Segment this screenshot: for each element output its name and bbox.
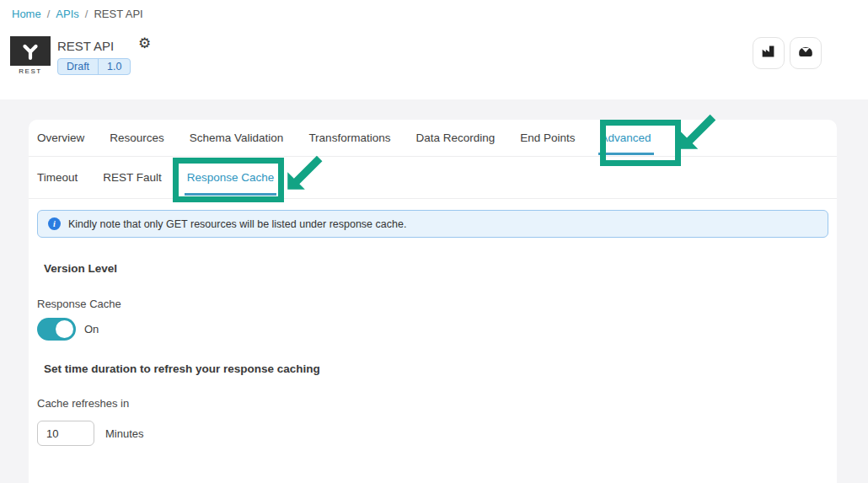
tab-overview[interactable]: Overview: [37, 120, 84, 156]
page-header: Home / APIs / REST API REST REST API ⚙ D…: [0, 0, 868, 99]
page-title: REST API: [57, 39, 114, 53]
tab-end-points[interactable]: End Points: [520, 120, 575, 156]
breadcrumb-separator: /: [85, 8, 88, 20]
breadcrumb-separator: /: [47, 8, 51, 20]
toggle-knob: [56, 320, 73, 338]
tab-schema-validation[interactable]: Schema Validation: [190, 120, 284, 156]
breadcrumb-apis[interactable]: APIs: [56, 8, 78, 20]
response-cache-toggle-row: On: [37, 318, 837, 341]
status-badge: Draft: [58, 59, 98, 74]
tab-bar: Overview Resources Schema Validation Tra…: [29, 120, 837, 157]
tab-advanced[interactable]: Advanced: [601, 120, 651, 156]
response-cache-toggle[interactable]: [37, 318, 76, 341]
cache-duration-row: Minutes: [37, 421, 837, 446]
analytics-icon: [759, 42, 778, 64]
duration-unit-label: Minutes: [105, 427, 144, 440]
cache-duration-input[interactable]: [37, 421, 94, 446]
info-banner: i Kindly note that only GET resources wi…: [37, 210, 828, 238]
tab-data-recording[interactable]: Data Recording: [415, 120, 495, 156]
response-cache-panel: Version Level Response Cache On Set time…: [29, 262, 837, 446]
gear-icon[interactable]: ⚙: [138, 36, 151, 51]
info-banner-text: Kindly note that only GET resources will…: [68, 218, 406, 230]
tab-transformations[interactable]: Transformations: [308, 120, 390, 156]
inbox-button[interactable]: [790, 37, 822, 69]
api-type-label: REST: [10, 66, 51, 77]
breadcrumb-home[interactable]: Home: [12, 8, 41, 20]
info-icon: i: [48, 217, 61, 230]
header-actions: [753, 37, 822, 69]
main-card: Overview Resources Schema Validation Tra…: [29, 120, 837, 483]
breadcrumb-current: REST API: [94, 8, 142, 20]
subtab-timeout[interactable]: Timeout: [37, 157, 78, 198]
analytics-button[interactable]: [753, 37, 785, 69]
subtab-bar: Timeout REST Fault Response Cache: [29, 157, 837, 199]
subtab-response-cache[interactable]: Response Cache: [187, 157, 275, 198]
inbox-icon: [796, 42, 815, 64]
cache-refreshes-label: Cache refreshes in: [37, 397, 837, 411]
version-badge: 1.0: [98, 59, 130, 74]
api-badges: Draft 1.0: [57, 58, 131, 75]
branch-icon: [10, 36, 51, 66]
cache-duration-heading: Set time duration to refresh your respon…: [44, 362, 837, 376]
toggle-state-label: On: [84, 323, 99, 335]
api-type-tile: REST: [10, 36, 51, 77]
response-cache-label: Response Cache: [37, 298, 837, 311]
tab-resources[interactable]: Resources: [110, 120, 164, 156]
version-level-heading: Version Level: [44, 262, 837, 276]
subtab-rest-fault[interactable]: REST Fault: [103, 157, 162, 198]
breadcrumb: Home / APIs / REST API: [12, 8, 143, 20]
